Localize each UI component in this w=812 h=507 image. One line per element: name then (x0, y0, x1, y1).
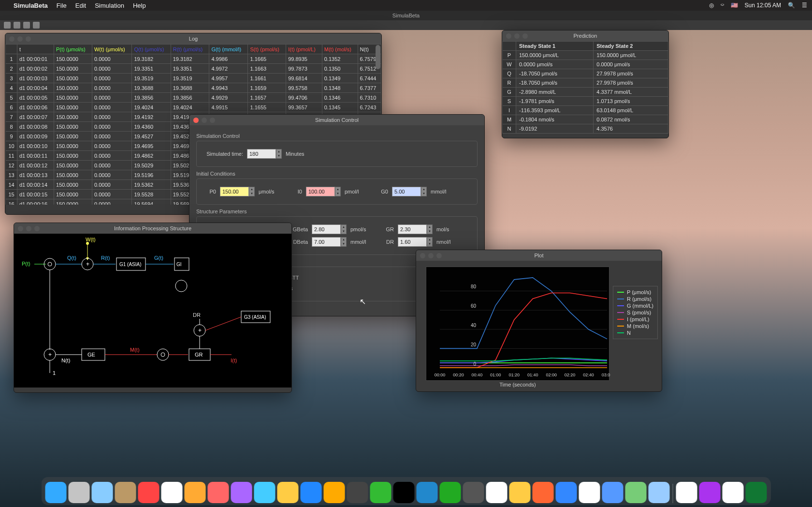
stepper-icon[interactable]: ▲▼ (427, 224, 433, 234)
clock[interactable]: Sun 12:05 AM (745, 2, 781, 9)
log-header[interactable]: P(t) (μmol/s) (54, 45, 92, 54)
dock-app-icon[interactable] (393, 482, 415, 503)
dr-input[interactable] (398, 237, 427, 247)
scrollbar-thumb[interactable] (376, 45, 380, 69)
window-controls[interactable] (506, 33, 528, 39)
table-row[interactable]: 2d1 00:00:02150.00000.000019.335119.3351… (6, 64, 381, 74)
plot-window[interactable]: Plot 00:0000:2000:4001:0001:2001:4002:00… (416, 250, 662, 392)
gr-input[interactable] (398, 224, 427, 234)
dock-app-icon[interactable] (347, 482, 368, 503)
dock-app-icon[interactable] (649, 482, 670, 503)
log-header[interactable]: S(t) (pmol/s) (248, 45, 286, 54)
stepper-icon[interactable]: ▲▼ (335, 187, 341, 196)
dock-app-icon[interactable] (69, 482, 90, 503)
gr-field[interactable]: ▲▼ (398, 224, 433, 234)
flag-icon[interactable]: 🇺🇸 (731, 2, 738, 9)
dock-app-icon[interactable] (115, 482, 136, 503)
dock-app-icon[interactable] (161, 482, 183, 503)
log-header[interactable]: W(t) (μmol/s) (92, 45, 131, 54)
simulated-time-input[interactable] (247, 149, 276, 159)
spotlight-icon[interactable]: 🔍 (788, 2, 795, 9)
table-row[interactable]: 6d1 00:00:06150.00000.000019.402419.4024… (6, 103, 381, 112)
dock-app-icon[interactable] (185, 482, 206, 503)
table-row[interactable]: 4d1 00:00:04150.00000.000019.368819.3688… (6, 83, 381, 93)
log-header[interactable]: t (17, 45, 54, 54)
stepper-icon[interactable]: ▲▼ (249, 187, 255, 196)
app-name[interactable]: SimulaBeta (14, 2, 48, 9)
stepper-icon[interactable]: ▲▼ (421, 187, 427, 196)
dock-app-icon[interactable] (509, 482, 531, 503)
dock-app-icon[interactable] (463, 482, 484, 503)
menubar[interactable]: SimulaBeta File Edit Simulation Help ◎ ⌔… (0, 0, 812, 11)
wifi-icon[interactable]: ⌔ (721, 2, 724, 9)
i0-input[interactable] (306, 187, 335, 196)
dock-app-icon[interactable] (277, 482, 299, 503)
toolbar-print-icon[interactable] (14, 22, 20, 29)
dock-app-icon[interactable] (370, 482, 392, 503)
ips-window[interactable]: Information Processing Structure W(t) P(… (14, 223, 292, 393)
dock-app-icon[interactable] (625, 482, 647, 503)
dock-app-icon[interactable] (45, 482, 67, 503)
p0-input[interactable] (220, 187, 249, 196)
table-row[interactable]: 3d1 00:00:03150.00000.000019.351919.3519… (6, 74, 381, 83)
g0-input[interactable] (392, 187, 421, 196)
log-titlebar[interactable]: Log (5, 33, 381, 44)
ips-titlebar[interactable]: Information Processing Structure (14, 223, 291, 234)
airdrop-icon[interactable]: ◎ (709, 2, 714, 9)
log-header[interactable]: R(t) (μmol/s) (171, 45, 209, 54)
gbeta-input[interactable] (312, 224, 341, 234)
simctrl-titlebar[interactable]: Simulation Control (189, 115, 484, 125)
app-toolbar[interactable] (0, 20, 812, 30)
window-controls[interactable] (18, 226, 40, 231)
stepper-icon[interactable]: ▲▼ (341, 224, 347, 234)
plot-titlebar[interactable]: Plot (416, 250, 662, 261)
log-header[interactable] (6, 45, 17, 54)
dock-app-icon[interactable] (676, 482, 697, 503)
gbeta-field[interactable]: ▲▼ (312, 224, 347, 234)
dock-app-icon[interactable] (699, 482, 721, 503)
dock-app-icon[interactable] (746, 482, 767, 503)
stepper-icon[interactable]: ▲▼ (341, 237, 347, 247)
menu-file[interactable]: File (57, 2, 67, 9)
table-row[interactable]: 5d1 00:00:05150.00000.000019.385619.3856… (6, 93, 381, 103)
toolbar-tool-icon[interactable] (33, 22, 40, 29)
table-row[interactable]: 1d1 00:00:01150.00000.000019.318219.3182… (6, 54, 381, 64)
stepper-icon[interactable]: ▲▼ (427, 237, 433, 247)
dock-app-icon[interactable] (417, 482, 438, 503)
toolbar-new-icon[interactable] (4, 22, 11, 29)
dock-app-icon[interactable] (301, 482, 322, 503)
g0-field[interactable]: ▲▼ (392, 187, 427, 196)
dock-app-icon[interactable] (254, 482, 276, 503)
dock-app-icon[interactable] (231, 482, 252, 503)
log-header[interactable]: G(t) (mmol/l) (209, 45, 248, 54)
window-controls[interactable] (420, 253, 442, 258)
dock-app-icon[interactable] (138, 482, 160, 503)
dr-field[interactable]: ▲▼ (398, 237, 433, 247)
dock-app-icon[interactable] (602, 482, 624, 503)
stepper-icon[interactable]: ▲▼ (276, 149, 282, 159)
dbeta-input[interactable] (312, 237, 341, 247)
toolbar-save-icon[interactable] (23, 22, 30, 29)
dock[interactable] (42, 477, 771, 505)
log-header[interactable]: I(t) (pmol/L) (286, 45, 322, 54)
dock-app-icon[interactable] (556, 482, 577, 503)
menu-help[interactable]: Help (133, 2, 146, 9)
log-header[interactable]: Q(t) (μmol/s) (132, 45, 171, 54)
dock-app-icon[interactable] (486, 482, 508, 503)
dock-app-icon[interactable] (92, 482, 113, 503)
prediction-window[interactable]: Prediction Steady State 1Steady State 2 … (502, 30, 669, 138)
simulated-time-field[interactable]: ▲▼ (247, 149, 282, 159)
menu-edit[interactable]: Edit (75, 2, 86, 9)
p0-field[interactable]: ▲▼ (220, 187, 255, 196)
control-center-icon[interactable]: ☰ (802, 2, 807, 9)
dock-app-icon[interactable] (533, 482, 554, 503)
dock-app-icon[interactable] (579, 482, 600, 503)
dock-app-icon[interactable] (324, 482, 345, 503)
dock-app-icon[interactable] (723, 482, 744, 503)
dock-app-icon[interactable] (440, 482, 461, 503)
menu-simulation[interactable]: Simulation (95, 2, 124, 9)
dock-app-icon[interactable] (208, 482, 229, 503)
dbeta-field[interactable]: ▲▼ (312, 237, 347, 247)
prediction-titlebar[interactable]: Prediction (502, 30, 668, 41)
window-controls[interactable] (193, 118, 215, 123)
